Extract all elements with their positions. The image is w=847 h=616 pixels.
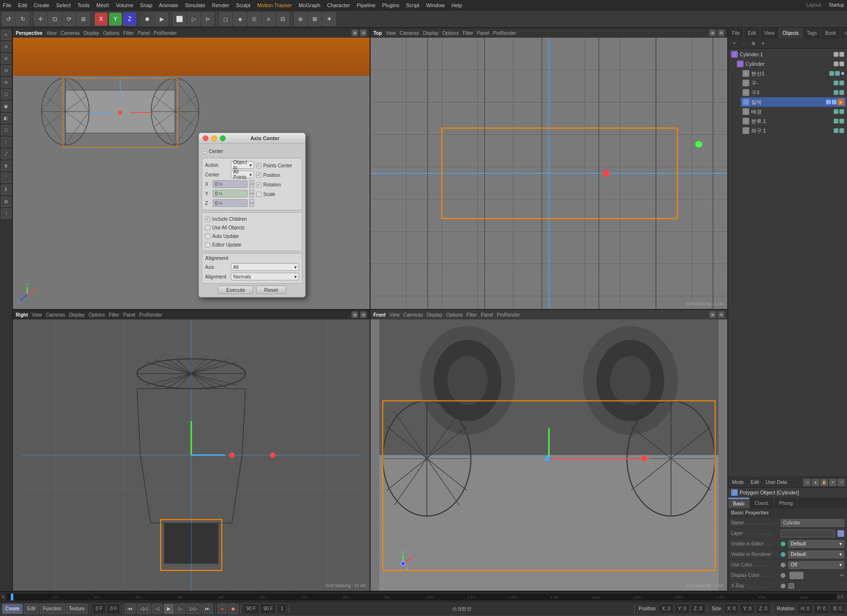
props-tab-phong[interactable]: Phong (774, 498, 798, 508)
objects-btn[interactable]: ◻ (219, 12, 232, 26)
mode-1[interactable]: ◁ (803, 479, 811, 486)
transform-button[interactable]: ⊞ (77, 12, 90, 26)
lt-measure[interactable]: ╱ (1, 149, 11, 159)
rpanel-tab-edit[interactable]: Edit (744, 28, 760, 38)
lt-paint[interactable]: ⬠ (1, 125, 11, 135)
obj-vis-2b[interactable] (839, 62, 844, 66)
vp-expand-t[interactable]: ⊞ (709, 30, 716, 36)
vp-menu-prorender-f[interactable]: ProRender (497, 312, 520, 318)
obj-bunsen1[interactable]: ○ 분선1 (741, 69, 846, 78)
undo-button[interactable]: ↺ (2, 12, 15, 26)
include-children-check[interactable] (205, 216, 210, 222)
lt-move[interactable]: ✛ (1, 53, 11, 64)
auto-update-check[interactable] (205, 234, 210, 239)
prop-display-color-dot[interactable] (781, 573, 785, 578)
axis-dropdown[interactable]: All ▾ (231, 263, 299, 271)
z-axis-btn[interactable]: Z (123, 12, 136, 26)
y-up[interactable]: ▲ (249, 190, 254, 194)
lt-polygon[interactable]: ⬡ (1, 89, 11, 100)
menu-mograph[interactable]: MoGraph (299, 2, 320, 8)
timeline-track[interactable]: 10 20 30 40 50 60 70 80 90 100 110 120 1… (7, 594, 837, 600)
x-up[interactable]: ▲ (249, 180, 254, 184)
rpanel-btn-1[interactable]: ◁ (841, 29, 847, 37)
obj-new-btn[interactable]: + (730, 39, 739, 48)
prop-display-pencil[interactable]: ✏ (840, 573, 844, 578)
obj-bunryu1[interactable]: ○ 분류.1 (741, 116, 846, 126)
menu-edit[interactable]: Edit (18, 2, 27, 8)
vp-menu-panel-r[interactable]: Panel (123, 312, 135, 318)
lt-texture[interactable]: ◧ (1, 113, 11, 123)
mode-4[interactable]: ✕ (829, 479, 837, 486)
lt-smooth[interactable]: ⌇ (1, 208, 11, 219)
layout-preset[interactable]: Startup (829, 2, 844, 8)
vp-menu-filter-f[interactable]: Filter (466, 312, 477, 318)
rpanel-tab-objects[interactable]: Objects (779, 28, 803, 38)
props-mode-btn[interactable]: Mode (730, 479, 746, 485)
snap-btn[interactable]: ⊕ (294, 12, 307, 26)
y-axis-btn[interactable]: Y (109, 12, 122, 26)
move-tool-button[interactable]: ✛ (34, 12, 47, 26)
menu-mesh[interactable]: Mesh (96, 2, 109, 8)
obj-vis-3a[interactable] (829, 71, 834, 76)
obj-sort-btn[interactable]: ≡ (759, 39, 767, 48)
menu-motion-tracker[interactable]: Motion Tracker (257, 2, 292, 8)
y-down[interactable]: ▼ (249, 194, 254, 197)
center-checkbox[interactable] (202, 149, 207, 154)
vp-menu-view-p[interactable]: View (46, 31, 57, 36)
rot-p[interactable]: P: 0 (814, 604, 829, 614)
bt-texture-btn[interactable]: Texture (66, 604, 88, 614)
dialog-close-btn[interactable] (203, 135, 208, 141)
props-tab-coord[interactable]: Coord. (750, 498, 774, 508)
lt-spline[interactable]: / (1, 137, 11, 147)
props-tab-basic[interactable]: Basic (728, 498, 750, 508)
lt-model[interactable]: ▣ (1, 101, 11, 112)
bt-next-frame[interactable]: ▷▷ (186, 604, 201, 614)
bt-play[interactable]: ▶ (164, 604, 174, 614)
vp-settings-r[interactable]: ⚙ (360, 311, 367, 318)
menu-sculpt[interactable]: Sculpt (236, 2, 251, 8)
menu-character[interactable]: Character (327, 2, 350, 8)
vp-menu-panel-t[interactable]: Panel (477, 31, 489, 36)
rpanel-tab-book[interactable]: Book (821, 28, 840, 38)
obj-jwagu1[interactable]: ○ 좌구.1 (741, 126, 846, 135)
prop-use-color-dropdown[interactable]: Off ▾ (788, 561, 844, 569)
x-axis-btn[interactable]: X (94, 12, 108, 26)
menu-plugins[interactable]: Plugins (382, 2, 399, 8)
z-input[interactable]: 0 % (213, 199, 248, 207)
light-btn[interactable]: ☀ (322, 12, 336, 26)
vp-menu-view-t[interactable]: View (386, 31, 396, 36)
vp-settings-t[interactable]: ⚙ (718, 30, 724, 36)
obj-grp-btn[interactable]: ⊞ (749, 39, 758, 48)
x-input[interactable]: 0 % (213, 180, 248, 188)
prop-layer-icon[interactable] (837, 530, 844, 537)
obj-vis-5b[interactable] (839, 90, 844, 95)
z-stepper[interactable]: ▲ ▼ (249, 199, 254, 207)
prop-layer-value[interactable] (781, 530, 835, 537)
obj-polygon[interactable]: ⬡ 절제 ■ (741, 97, 846, 107)
obj-vis-6a[interactable] (826, 100, 831, 104)
render-region-btn[interactable]: ⬜ (173, 12, 186, 26)
scale-check[interactable] (256, 192, 261, 197)
props-edit-btn[interactable]: Edit (749, 479, 761, 485)
vp-menu-view-f[interactable]: View (390, 312, 400, 318)
vp-menu-panel-f[interactable]: Panel (481, 312, 493, 318)
bt-prev-frame[interactable]: ◁◁ (137, 604, 151, 614)
vp-menu-cameras-r[interactable]: Cameras (46, 312, 65, 318)
lt-bend[interactable]: ⌒ (1, 173, 11, 183)
reset-button[interactable]: Reset (256, 286, 286, 294)
bt-record-red[interactable]: ● (217, 604, 227, 614)
bt-edit-btn[interactable]: Edit (24, 604, 39, 614)
obj-vis-2a[interactable] (834, 62, 838, 66)
prop-xray-dot[interactable] (781, 584, 785, 588)
viewport-top[interactable]: Top View Cameras Display Options Filter … (370, 28, 728, 309)
obj-cylinder1[interactable]: ⬡ Cylinder.1 (729, 50, 846, 59)
frame-input[interactable]: 0 F (107, 604, 120, 614)
obj-vis-4a[interactable] (834, 81, 838, 85)
layer-btn[interactable]: ⊟ (276, 12, 289, 26)
vp-expand-p[interactable]: ⊞ (351, 30, 358, 36)
viewport-perspective[interactable]: Perspective View Cameras Display Options… (12, 28, 370, 309)
x-down[interactable]: ▼ (249, 184, 254, 188)
menu-file[interactable]: File (3, 2, 11, 8)
prop-visible-editor-dropdown[interactable]: Default ▾ (788, 540, 844, 548)
obj-vis-6b[interactable] (832, 100, 837, 104)
